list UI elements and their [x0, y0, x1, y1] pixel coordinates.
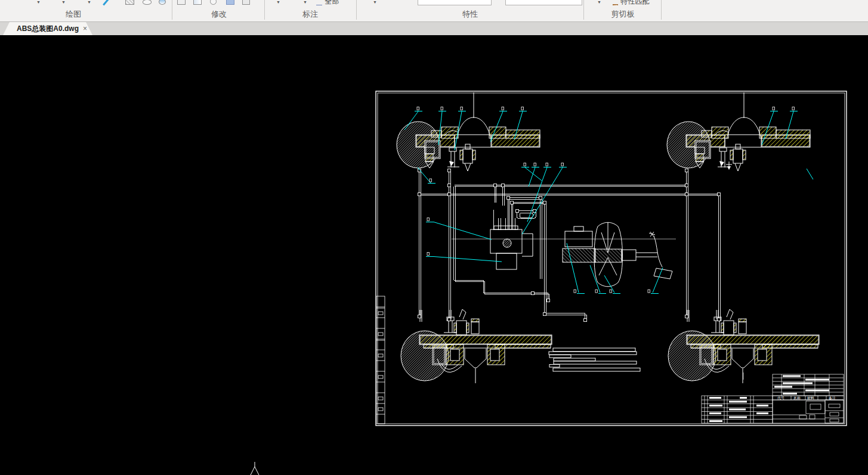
wheel-assembly-bottom-right [668, 309, 819, 383]
document-tab-bar: ABS总装图A0.dwg × [0, 21, 868, 35]
panel-label-properties: 特性 [446, 9, 494, 20]
color-combo[interactable] [505, 0, 582, 5]
chevron-down-icon[interactable]: ▼ [373, 0, 377, 4]
wheel-assembly-bottom-left [401, 309, 552, 383]
panel-separator [356, 0, 357, 20]
dimension-button-label: 全部 [325, 0, 339, 5]
chevron-down-icon[interactable]: ▼ [597, 0, 601, 4]
match-properties-button[interactable]: 特性匹配 [613, 0, 666, 5]
ribbon: ▼ ▼ ▼ 绘图 修改 ▼ ▼ 全部 标注 ▼ 特性 ▼ 特性匹配 剪切板 [0, 0, 868, 21]
match-properties-label: 特性匹配 [620, 0, 649, 5]
panel-label-dimension: 标注 [286, 9, 334, 20]
dimension-button-icon [316, 5, 322, 5]
panel-separator [264, 0, 265, 20]
title-block-header-material: 材料 [807, 396, 814, 401]
document-tab[interactable]: ABS总装图A0.dwg × [3, 22, 92, 35]
revision-cloud-icon[interactable] [143, 0, 152, 5]
brake-piping [418, 169, 721, 322]
center-assembly [452, 222, 676, 287]
erase-tool-icon[interactable] [210, 0, 217, 5]
title-block-header-code: 代号 [777, 396, 784, 400]
drawing-canvas[interactable]: 代号 名称 材料 备注 [0, 35, 868, 475]
chevron-down-icon[interactable]: ▼ [303, 0, 307, 4]
title-block-header-remark: 备注 [829, 396, 836, 401]
panel-label-draw: 绘图 [50, 9, 97, 20]
wheel-assembly-top-right [667, 92, 810, 171]
panel-label-clipboard: 剪切板 [599, 9, 647, 20]
panel-separator [583, 0, 584, 20]
cad-drawing: 代号 名称 材料 备注 [0, 35, 868, 475]
layer-combo[interactable] [418, 0, 492, 5]
match-properties-brush-icon [613, 4, 618, 5]
wheel-assembly-top-left [397, 92, 540, 171]
panel-label-modify: 修改 [195, 9, 243, 20]
bottom-edge-symbol [251, 462, 259, 475]
copy-tool-icon[interactable] [226, 0, 234, 5]
chevron-down-icon[interactable]: ▼ [61, 0, 66, 4]
panel-separator [661, 0, 662, 20]
title-block-header-name: 名称 [793, 396, 801, 401]
tab-close-icon[interactable]: × [83, 22, 87, 35]
bars-stack [549, 348, 640, 371]
chevron-down-icon[interactable]: ▼ [276, 0, 280, 4]
panel-separator [172, 0, 172, 20]
mirror-tool-icon[interactable] [242, 0, 250, 5]
title-block: 代号 名称 材料 备注 [702, 372, 844, 423]
gradient-tool-icon[interactable] [159, 0, 166, 5]
document-tab-title: ABS总装图A0.dwg [17, 24, 79, 33]
chevron-down-icon[interactable]: ▼ [87, 0, 91, 4]
dimension-clipped-button[interactable]: 全部 [316, 0, 353, 5]
hatch-tool-icon[interactable] [125, 0, 134, 5]
rotate-tool-icon[interactable] [193, 0, 202, 5]
arrow-markers [726, 162, 732, 170]
chevron-down-icon[interactable]: ▼ [36, 0, 41, 4]
leader [404, 111, 813, 294]
move-tool-icon[interactable] [177, 0, 186, 5]
line-tool-icon[interactable] [103, 0, 109, 5]
